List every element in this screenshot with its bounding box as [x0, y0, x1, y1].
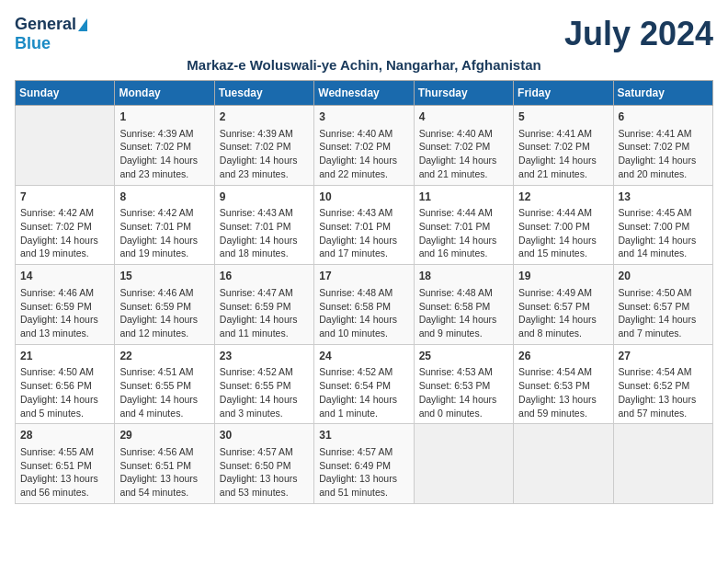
day-info: Sunrise: 4:54 AM Sunset: 6:53 PM Dayligh… — [518, 365, 608, 419]
day-info: Sunrise: 4:50 AM Sunset: 6:57 PM Dayligh… — [619, 286, 708, 340]
day-info: Sunrise: 4:52 AM Sunset: 6:54 PM Dayligh… — [319, 365, 408, 419]
day-info: Sunrise: 4:54 AM Sunset: 6:52 PM Dayligh… — [619, 365, 708, 419]
day-info: Sunrise: 4:52 AM Sunset: 6:55 PM Dayligh… — [220, 365, 309, 419]
calendar-week-row: 7Sunrise: 4:42 AM Sunset: 7:02 PM Daylig… — [16, 185, 713, 265]
calendar-week-row: 14Sunrise: 4:46 AM Sunset: 6:59 PM Dayli… — [16, 265, 713, 345]
calendar-cell: 8Sunrise: 4:42 AM Sunset: 7:01 PM Daylig… — [115, 185, 214, 265]
day-number: 30 — [220, 428, 309, 443]
calendar-cell: 7Sunrise: 4:42 AM Sunset: 7:02 PM Daylig… — [16, 185, 115, 265]
calendar-header-cell: Monday — [115, 81, 214, 106]
calendar-cell: 18Sunrise: 4:48 AM Sunset: 6:58 PM Dayli… — [414, 265, 513, 345]
logo-blue: Blue — [15, 34, 51, 53]
calendar-cell: 13Sunrise: 4:45 AM Sunset: 7:00 PM Dayli… — [613, 185, 712, 265]
calendar-cell: 24Sunrise: 4:52 AM Sunset: 6:54 PM Dayli… — [314, 344, 414, 424]
calendar-cell: 23Sunrise: 4:52 AM Sunset: 6:55 PM Dayli… — [214, 344, 313, 424]
day-number: 5 — [518, 109, 608, 125]
day-number: 15 — [119, 269, 209, 284]
day-number: 27 — [619, 349, 708, 364]
day-info: Sunrise: 4:53 AM Sunset: 6:53 PM Dayligh… — [419, 365, 508, 419]
calendar-header-cell: Tuesday — [214, 81, 313, 106]
calendar-cell: 15Sunrise: 4:46 AM Sunset: 6:59 PM Dayli… — [115, 265, 214, 345]
day-info: Sunrise: 4:42 AM Sunset: 7:01 PM Dayligh… — [119, 206, 209, 260]
logo-triangle-icon — [78, 18, 87, 31]
calendar-week-row: 28Sunrise: 4:55 AM Sunset: 6:51 PM Dayli… — [16, 424, 713, 504]
logo-general: General — [15, 15, 76, 34]
header: General Blue July 2024 — [15, 15, 713, 53]
calendar-cell: 12Sunrise: 4:44 AM Sunset: 7:00 PM Dayli… — [514, 185, 613, 265]
day-number: 14 — [20, 269, 109, 284]
day-info: Sunrise: 4:51 AM Sunset: 6:55 PM Dayligh… — [119, 365, 209, 419]
calendar-cell: 17Sunrise: 4:48 AM Sunset: 6:58 PM Dayli… — [314, 265, 414, 345]
calendar-cell: 9Sunrise: 4:43 AM Sunset: 7:01 PM Daylig… — [214, 185, 313, 265]
day-info: Sunrise: 4:46 AM Sunset: 6:59 PM Dayligh… — [119, 286, 209, 340]
day-info: Sunrise: 4:42 AM Sunset: 7:02 PM Dayligh… — [20, 206, 109, 260]
day-info: Sunrise: 4:40 AM Sunset: 7:02 PM Dayligh… — [319, 127, 408, 181]
day-info: Sunrise: 4:43 AM Sunset: 7:01 PM Dayligh… — [319, 206, 408, 260]
day-info: Sunrise: 4:57 AM Sunset: 6:49 PM Dayligh… — [319, 445, 408, 500]
day-number: 4 — [419, 109, 508, 125]
day-info: Sunrise: 4:44 AM Sunset: 7:01 PM Dayligh… — [419, 206, 508, 260]
calendar-cell: 20Sunrise: 4:50 AM Sunset: 6:57 PM Dayli… — [613, 265, 712, 345]
day-info: Sunrise: 4:39 AM Sunset: 7:02 PM Dayligh… — [119, 127, 209, 181]
day-info: Sunrise: 4:48 AM Sunset: 6:58 PM Dayligh… — [419, 286, 508, 340]
calendar-cell: 28Sunrise: 4:55 AM Sunset: 6:51 PM Dayli… — [16, 424, 115, 504]
calendar-cell: 3Sunrise: 4:40 AM Sunset: 7:02 PM Daylig… — [314, 106, 414, 186]
day-info: Sunrise: 4:55 AM Sunset: 6:51 PM Dayligh… — [20, 445, 109, 500]
calendar-cell — [414, 424, 513, 504]
day-number: 1 — [119, 109, 209, 125]
calendar-cell: 31Sunrise: 4:57 AM Sunset: 6:49 PM Dayli… — [314, 424, 414, 504]
day-info: Sunrise: 4:41 AM Sunset: 7:02 PM Dayligh… — [518, 127, 608, 181]
calendar-cell: 25Sunrise: 4:53 AM Sunset: 6:53 PM Dayli… — [414, 344, 513, 424]
calendar-cell: 27Sunrise: 4:54 AM Sunset: 6:52 PM Dayli… — [613, 344, 712, 424]
calendar-week-row: 1Sunrise: 4:39 AM Sunset: 7:02 PM Daylig… — [16, 106, 713, 186]
day-number: 24 — [319, 349, 408, 364]
day-number: 23 — [220, 349, 309, 364]
day-number: 25 — [419, 349, 508, 364]
day-number: 17 — [319, 269, 408, 284]
day-number: 19 — [518, 269, 608, 284]
calendar-cell: 4Sunrise: 4:40 AM Sunset: 7:02 PM Daylig… — [414, 106, 513, 186]
day-number: 21 — [20, 349, 109, 364]
calendar-header-cell: Thursday — [414, 81, 513, 106]
calendar-cell: 14Sunrise: 4:46 AM Sunset: 6:59 PM Dayli… — [16, 265, 115, 345]
day-number: 20 — [619, 269, 708, 284]
calendar-cell: 11Sunrise: 4:44 AM Sunset: 7:01 PM Dayli… — [414, 185, 513, 265]
day-info: Sunrise: 4:57 AM Sunset: 6:50 PM Dayligh… — [220, 445, 309, 500]
calendar-cell: 10Sunrise: 4:43 AM Sunset: 7:01 PM Dayli… — [314, 185, 414, 265]
calendar-cell: 1Sunrise: 4:39 AM Sunset: 7:02 PM Daylig… — [115, 106, 214, 186]
day-info: Sunrise: 4:45 AM Sunset: 7:00 PM Dayligh… — [619, 206, 708, 260]
day-number: 28 — [20, 428, 109, 443]
day-number: 16 — [220, 269, 309, 284]
calendar-table: SundayMondayTuesdayWednesdayThursdayFrid… — [15, 80, 713, 504]
day-info: Sunrise: 4:48 AM Sunset: 6:58 PM Dayligh… — [319, 286, 408, 340]
calendar-cell: 6Sunrise: 4:41 AM Sunset: 7:02 PM Daylig… — [613, 106, 712, 186]
day-number: 12 — [518, 190, 608, 205]
day-number: 22 — [119, 349, 209, 364]
calendar-cell: 26Sunrise: 4:54 AM Sunset: 6:53 PM Dayli… — [514, 344, 613, 424]
day-number: 8 — [119, 190, 209, 205]
calendar-cell: 21Sunrise: 4:50 AM Sunset: 6:56 PM Dayli… — [16, 344, 115, 424]
day-info: Sunrise: 4:46 AM Sunset: 6:59 PM Dayligh… — [20, 286, 109, 340]
day-info: Sunrise: 4:43 AM Sunset: 7:01 PM Dayligh… — [220, 206, 309, 260]
day-info: Sunrise: 4:50 AM Sunset: 6:56 PM Dayligh… — [20, 365, 109, 419]
calendar-cell: 29Sunrise: 4:56 AM Sunset: 6:51 PM Dayli… — [115, 424, 214, 504]
day-number: 2 — [220, 109, 309, 125]
day-info: Sunrise: 4:41 AM Sunset: 7:02 PM Dayligh… — [619, 127, 708, 181]
calendar-cell: 19Sunrise: 4:49 AM Sunset: 6:57 PM Dayli… — [514, 265, 613, 345]
day-info: Sunrise: 4:39 AM Sunset: 7:02 PM Dayligh… — [220, 127, 309, 181]
day-number: 9 — [220, 190, 309, 205]
calendar-header-row: SundayMondayTuesdayWednesdayThursdayFrid… — [16, 81, 713, 106]
day-number: 10 — [319, 190, 408, 205]
calendar-cell: 16Sunrise: 4:47 AM Sunset: 6:59 PM Dayli… — [214, 265, 313, 345]
day-info: Sunrise: 4:56 AM Sunset: 6:51 PM Dayligh… — [119, 445, 209, 500]
calendar-header-cell: Wednesday — [314, 81, 414, 106]
day-number: 29 — [119, 428, 209, 443]
logo: General Blue — [15, 15, 87, 53]
day-number: 6 — [619, 109, 708, 125]
day-info: Sunrise: 4:49 AM Sunset: 6:57 PM Dayligh… — [518, 286, 608, 340]
day-number: 18 — [419, 269, 508, 284]
day-info: Sunrise: 4:47 AM Sunset: 6:59 PM Dayligh… — [220, 286, 309, 340]
day-info: Sunrise: 4:44 AM Sunset: 7:00 PM Dayligh… — [518, 206, 608, 260]
day-number: 13 — [619, 190, 708, 205]
day-number: 11 — [419, 190, 508, 205]
